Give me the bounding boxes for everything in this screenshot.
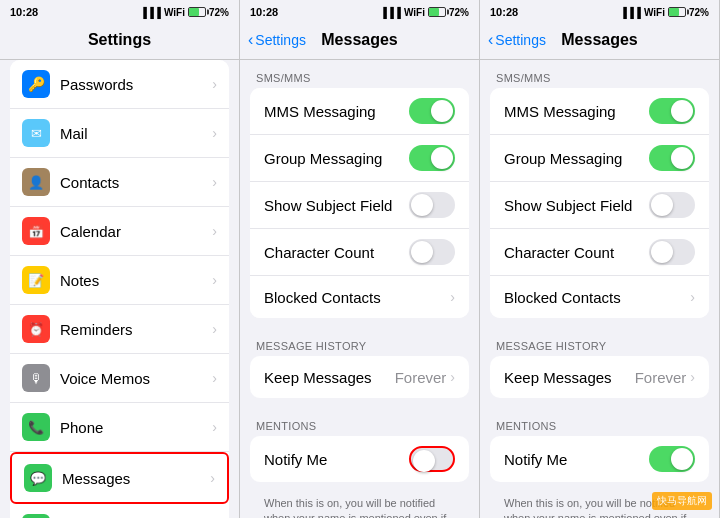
notify-toggle-m[interactable] bbox=[409, 446, 455, 472]
blocked-contacts-row-m[interactable]: Blocked Contacts › bbox=[250, 276, 469, 318]
group-messaging-row-r[interactable]: Group Messaging bbox=[490, 135, 709, 182]
group-messaging-row-m[interactable]: Group Messaging bbox=[250, 135, 469, 182]
history-group-right: Keep Messages Forever › bbox=[490, 356, 709, 398]
passwords-label: Passwords bbox=[60, 76, 212, 93]
blocked-chevron-m: › bbox=[450, 289, 455, 305]
voicememos-label: Voice Memos bbox=[60, 370, 212, 387]
mentions-section-middle: MENTIONS bbox=[240, 408, 479, 436]
sidebar-item-phone[interactable]: 📞 Phone › bbox=[10, 403, 229, 452]
time-right: 10:28 bbox=[490, 6, 518, 18]
battery-icon bbox=[188, 7, 206, 17]
chevron-calendar: › bbox=[212, 223, 217, 239]
status-bar-left: 10:28 ▐▐▐ WiFi 72% bbox=[0, 0, 239, 22]
notify-me-row-m[interactable]: Notify Me bbox=[250, 436, 469, 482]
nav-bar-right: ‹ Settings Messages bbox=[480, 22, 719, 60]
character-count-row-r[interactable]: Character Count bbox=[490, 229, 709, 276]
nav-back-right[interactable]: ‹ Settings bbox=[488, 32, 546, 48]
signal-icon-r: ▐▐▐ bbox=[620, 7, 641, 18]
sidebar-item-messages[interactable]: 💬 Messages › bbox=[10, 452, 229, 504]
nav-title-middle: Messages bbox=[321, 31, 398, 49]
show-subject-row-m[interactable]: Show Subject Field bbox=[250, 182, 469, 229]
keep-chevron-m: › bbox=[450, 369, 455, 385]
status-icons-left: ▐▐▐ WiFi 72% bbox=[140, 7, 229, 18]
group-toggle-r[interactable] bbox=[649, 145, 695, 171]
character-count-row-m[interactable]: Character Count bbox=[250, 229, 469, 276]
reminders-label: Reminders bbox=[60, 321, 212, 338]
facetime-icon: 📹 bbox=[22, 514, 50, 518]
battery-icon-r bbox=[668, 7, 686, 17]
status-bar-middle: 10:28 ▐▐▐ WiFi 72% bbox=[240, 0, 479, 22]
signal-icon-m: ▐▐▐ bbox=[380, 7, 401, 18]
sidebar-item-mail[interactable]: ✉ Mail › bbox=[10, 109, 229, 158]
mail-icon: ✉ bbox=[22, 119, 50, 147]
battery-pct: 72% bbox=[209, 7, 229, 18]
notify-toggle-r[interactable] bbox=[649, 446, 695, 472]
keep-value-m: Forever bbox=[395, 369, 447, 386]
calendar-label: Calendar bbox=[60, 223, 212, 240]
group-toggle-m[interactable] bbox=[409, 145, 455, 171]
notify-label-r: Notify Me bbox=[504, 451, 649, 468]
keep-label-m: Keep Messages bbox=[264, 369, 395, 386]
notify-desc-right: When this is on, you will be notified wh… bbox=[490, 492, 709, 518]
keep-value-r: Forever bbox=[635, 369, 687, 386]
settings-group-apps: 🔑 Passwords › ✉ Mail › 👤 Contacts › 📅 Ca bbox=[10, 60, 229, 518]
history-group-middle: Keep Messages Forever › bbox=[250, 356, 469, 398]
mms-toggle-m[interactable] bbox=[409, 98, 455, 124]
wifi-icon-r: WiFi bbox=[644, 7, 665, 18]
nav-bar-middle: ‹ Settings Messages bbox=[240, 22, 479, 60]
mms-messaging-row-m[interactable]: MMS Messaging bbox=[250, 88, 469, 135]
mms-messaging-row-r[interactable]: MMS Messaging bbox=[490, 88, 709, 135]
messages-panel-middle: 10:28 ▐▐▐ WiFi 72% ‹ Settings Messages S… bbox=[240, 0, 480, 518]
messages-label: Messages bbox=[62, 470, 210, 487]
history-section-middle: MESSAGE HISTORY bbox=[240, 328, 479, 356]
reminders-icon: ⏰ bbox=[22, 315, 50, 343]
mms-toggle-r[interactable] bbox=[649, 98, 695, 124]
keep-messages-row-m[interactable]: Keep Messages Forever › bbox=[250, 356, 469, 398]
notes-label: Notes bbox=[60, 272, 212, 289]
status-icons-right: ▐▐▐ WiFi 72% bbox=[620, 7, 709, 18]
sidebar-item-passwords[interactable]: 🔑 Passwords › bbox=[10, 60, 229, 109]
smsmms-section-right: SMS/MMS bbox=[480, 60, 719, 88]
back-chevron-r: ‹ bbox=[488, 32, 493, 48]
mms-label-m: MMS Messaging bbox=[264, 103, 409, 120]
smsmms-group-right: MMS Messaging Group Messaging Show Subje… bbox=[490, 88, 709, 318]
chevron-voicememos: › bbox=[212, 370, 217, 386]
charcount-label-m: Character Count bbox=[264, 244, 409, 261]
sidebar-item-facetime[interactable]: 📹 FaceTime › bbox=[10, 504, 229, 518]
passwords-icon: 🔑 bbox=[22, 70, 50, 98]
subject-toggle-r[interactable] bbox=[649, 192, 695, 218]
notes-icon: 📝 bbox=[22, 266, 50, 294]
back-label-m: Settings bbox=[255, 32, 306, 48]
keep-messages-row-r[interactable]: Keep Messages Forever › bbox=[490, 356, 709, 398]
subject-toggle-m[interactable] bbox=[409, 192, 455, 218]
show-subject-row-r[interactable]: Show Subject Field bbox=[490, 182, 709, 229]
mms-label-r: MMS Messaging bbox=[504, 103, 649, 120]
calendar-icon: 📅 bbox=[22, 217, 50, 245]
messages-panel-right: 10:28 ▐▐▐ WiFi 72% ‹ Settings Messages S… bbox=[480, 0, 720, 518]
charcount-toggle-r[interactable] bbox=[649, 239, 695, 265]
notify-me-row-r[interactable]: Notify Me bbox=[490, 436, 709, 482]
mail-label: Mail bbox=[60, 125, 212, 142]
charcount-toggle-m[interactable] bbox=[409, 239, 455, 265]
charcount-label-r: Character Count bbox=[504, 244, 649, 261]
messages-content-middle: SMS/MMS MMS Messaging Group Messaging Sh… bbox=[240, 60, 479, 518]
blocked-contacts-row-r[interactable]: Blocked Contacts › bbox=[490, 276, 709, 318]
sidebar-item-reminders[interactable]: ⏰ Reminders › bbox=[10, 305, 229, 354]
sidebar-item-voicememos[interactable]: 🎙 Voice Memos › bbox=[10, 354, 229, 403]
contacts-label: Contacts bbox=[60, 174, 212, 191]
battery-pct-m: 72% bbox=[449, 7, 469, 18]
keep-chevron-r: › bbox=[690, 369, 695, 385]
sidebar-item-contacts[interactable]: 👤 Contacts › bbox=[10, 158, 229, 207]
wifi-icon: WiFi bbox=[164, 7, 185, 18]
mentions-group-right: Notify Me bbox=[490, 436, 709, 482]
voicememos-icon: 🎙 bbox=[22, 364, 50, 392]
blocked-chevron-r: › bbox=[690, 289, 695, 305]
sidebar-item-notes[interactable]: 📝 Notes › bbox=[10, 256, 229, 305]
chevron-phone: › bbox=[212, 419, 217, 435]
sidebar-item-calendar[interactable]: 📅 Calendar › bbox=[10, 207, 229, 256]
nav-back-middle[interactable]: ‹ Settings bbox=[248, 32, 306, 48]
chevron-mail: › bbox=[212, 125, 217, 141]
time-middle: 10:28 bbox=[250, 6, 278, 18]
signal-icon: ▐▐▐ bbox=[140, 7, 161, 18]
back-chevron-m: ‹ bbox=[248, 32, 253, 48]
